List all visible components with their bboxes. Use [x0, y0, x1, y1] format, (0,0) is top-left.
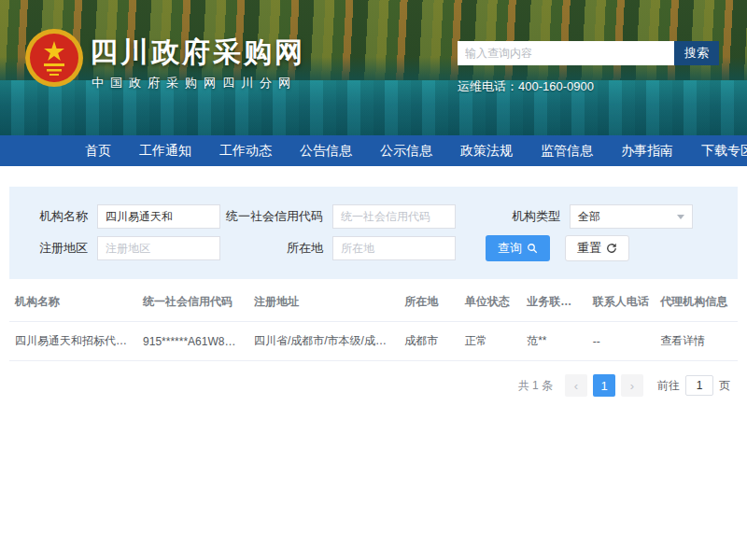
hotline-text: 运维电话：400-160-0900	[458, 78, 594, 95]
credit-code-label: 统一社会信用代码	[220, 208, 323, 225]
header-search: 搜索	[458, 41, 719, 65]
col-header-credit-code: 统一社会信用代码	[137, 283, 248, 322]
chevron-down-icon	[677, 215, 684, 219]
results-table: 机构名称 统一社会信用代码 注册地址 所在地 单位状态 业务联系人 联系人电话 …	[9, 283, 738, 361]
nav-item-notices[interactable]: 工作通知	[125, 135, 205, 166]
reg-area-input[interactable]	[97, 236, 220, 260]
nav-item-supervise[interactable]: 监管信息	[527, 135, 607, 166]
view-detail-link[interactable]: 查看详情	[655, 322, 738, 361]
filter-panel: 机构名称 统一社会信用代码 机构类型 全部 注册地区 所在地 查询	[9, 187, 738, 279]
nav-item-announce[interactable]: 公告信息	[286, 135, 366, 166]
cell-contact: 范**	[521, 322, 587, 361]
nav-item-updates[interactable]: 工作动态	[205, 135, 286, 166]
nav-item-publicity[interactable]: 公示信息	[366, 135, 446, 166]
cell-status: 正常	[459, 322, 522, 361]
search-icon	[527, 243, 538, 254]
credit-code-input[interactable]	[332, 204, 456, 229]
cell-phone: --	[587, 322, 655, 361]
goto-label: 前往	[657, 378, 680, 394]
main-content: 机构名称 统一社会信用代码 机构类型 全部 注册地区 所在地 查询	[9, 187, 738, 397]
nav-item-guide[interactable]: 办事指南	[607, 135, 687, 166]
site-title: 四川政府采购网	[90, 34, 305, 72]
org-name-input[interactable]	[97, 204, 220, 229]
pagination: 共 1 条 ‹ 1 › 前往 页	[17, 374, 730, 397]
org-name-label: 机构名称	[21, 208, 88, 225]
header-search-button[interactable]: 搜索	[674, 41, 719, 65]
org-type-label: 机构类型	[495, 208, 560, 225]
reg-area-label: 注册地区	[21, 240, 88, 257]
header-search-input[interactable]	[458, 41, 674, 65]
refresh-icon	[606, 243, 617, 254]
col-header-phone: 联系人电话	[587, 283, 655, 322]
reset-button[interactable]: 重置	[565, 235, 629, 261]
nav-item-policy[interactable]: 政策法规	[446, 135, 527, 166]
prev-page-button[interactable]: ‹	[565, 374, 587, 397]
cell-location: 成都市	[399, 322, 458, 361]
goto-page-input[interactable]	[685, 375, 713, 396]
table-header-row: 机构名称 统一社会信用代码 注册地址 所在地 单位状态 业务联系人 联系人电话 …	[9, 283, 738, 322]
reset-button-label: 重置	[577, 240, 601, 257]
location-label: 所在地	[220, 240, 323, 257]
cell-reg-address: 四川省/成都市/市本级/成都市...	[248, 322, 399, 361]
query-button-label: 查询	[498, 240, 522, 257]
query-button[interactable]: 查询	[486, 235, 550, 261]
nav-item-home[interactable]: 首页	[71, 135, 125, 166]
cell-org-name[interactable]: 四川易通天和招标代理...	[9, 322, 137, 361]
pagination-total: 共 1 条	[518, 378, 553, 394]
col-header-status: 单位状态	[459, 283, 522, 322]
goto-page-suffix: 页	[719, 378, 730, 394]
site-banner: 四川政府采购网 中国政府采购网四川分网 搜索 运维电话：400-160-0900	[0, 0, 747, 135]
col-header-reg-address: 注册地址	[248, 283, 399, 322]
next-page-button[interactable]: ›	[621, 374, 643, 397]
col-header-org-name: 机构名称	[9, 283, 137, 322]
nav-item-download[interactable]: 下载专区	[687, 135, 747, 166]
org-type-selected-value: 全部	[578, 209, 600, 225]
col-header-contact: 业务联系人	[521, 283, 587, 322]
site-subtitle: 中国政府采购网四川分网	[92, 75, 297, 91]
main-nav: 首页 工作通知 工作动态 公告信息 公示信息 政策法规 监管信息 办事指南 下载…	[0, 135, 747, 166]
table-row: 四川易通天和招标代理... 915******A61W8UKXJ 四川省/成都市…	[9, 322, 738, 361]
cell-credit-code: 915******A61W8UKXJ	[137, 322, 248, 361]
national-emblem-logo	[24, 28, 84, 88]
col-header-agency-info: 代理机构信息	[655, 283, 738, 322]
location-input[interactable]	[332, 236, 456, 260]
org-type-select[interactable]: 全部	[570, 204, 693, 229]
col-header-location: 所在地	[399, 283, 458, 322]
page-number-1[interactable]: 1	[593, 374, 615, 397]
